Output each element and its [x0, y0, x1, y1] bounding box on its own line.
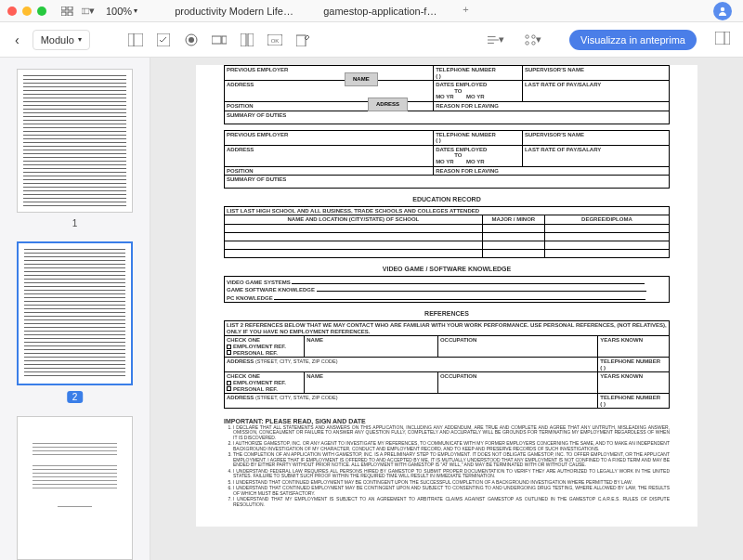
module-select[interactable]: Modulo▾ [33, 30, 90, 50]
thumbnails-toggle-icon[interactable] [61, 5, 74, 18]
document-page-2: NAME ADRESS PREVIOUS EMPLOYERTELEPHONE N… [196, 65, 697, 527]
zoom-select[interactable]: 100% ▾ [102, 4, 141, 19]
page-thumbnails: 1 2 3 [0, 58, 150, 560]
svg-rect-7 [128, 33, 143, 46]
textfield-icon[interactable] [211, 32, 228, 48]
svg-rect-26 [715, 32, 730, 45]
svg-point-11 [189, 37, 194, 43]
svg-point-23 [532, 34, 535, 37]
svg-point-6 [721, 7, 724, 10]
references-table: LIST 2 REFERENCES BELOW THAT WE MAY CONT… [224, 320, 670, 409]
references-title: REFERENCES [224, 310, 670, 318]
preview-button[interactable]: Visualizza in anteprima [569, 30, 697, 50]
titlebar: ▾ 100% ▾ productivity Modern Life_O... g… [0, 0, 743, 22]
columns-icon[interactable] [239, 32, 255, 48]
svg-rect-3 [68, 12, 72, 16]
annotation-tools: OK [127, 32, 311, 48]
thumbnail-label-1: 1 [9, 218, 140, 228]
thumbnail-label-2: 2 [67, 391, 84, 403]
address-placeholder[interactable]: ADRESS [368, 98, 408, 111]
fullscreen-icon[interactable] [37, 7, 46, 16]
sidebar-toggle-icon[interactable]: ▾ [82, 5, 95, 18]
svg-point-22 [526, 34, 528, 37]
education-table: LIST LAST HIGH SCHOOL AND ALL BUSINESS, … [224, 206, 670, 258]
tab-productivity[interactable]: productivity Modern Life_O... [160, 2, 308, 20]
inspector-icon[interactable] [715, 32, 732, 48]
toolbar: ‹ Modulo▾ OK ▾ ▾ Visualizza in anteprima [0, 22, 743, 58]
svg-rect-4 [82, 8, 89, 14]
svg-rect-12 [212, 36, 221, 44]
align-icon[interactable]: ▾ [488, 32, 504, 48]
back-button[interactable]: ‹ [11, 29, 23, 51]
close-icon[interactable] [7, 7, 17, 16]
videogame-table: VIDEO GAME SYSTEMS GAME SOFTWARE KNOWLED… [224, 276, 670, 304]
name-placeholder[interactable]: NAME [345, 72, 378, 86]
svg-text:OK: OK [270, 38, 279, 44]
svg-rect-15 [248, 33, 254, 46]
ok-box-icon[interactable]: OK [267, 32, 283, 48]
important-list: I DECLARE THAT ALL STATEMENTS AND ANSWER… [224, 425, 670, 508]
svg-rect-1 [68, 7, 72, 10]
distribute-icon[interactable]: ▾ [525, 32, 541, 48]
document-viewport[interactable]: NAME ADRESS PREVIOUS EMPLOYERTELEPHONE N… [150, 58, 743, 560]
education-title: EDUCATION RECORD [224, 196, 670, 203]
tab-bar: productivity Modern Life_O... gamestop-a… [160, 2, 708, 20]
svg-point-25 [532, 41, 535, 44]
radio-icon[interactable] [183, 32, 200, 48]
thumbnail-page-1[interactable] [17, 69, 133, 213]
employer-block-1: PREVIOUS EMPLOYERTELEPHONE NUMBER( )SUPE… [224, 65, 670, 124]
user-avatar[interactable] [713, 2, 732, 20]
videogame-title: VIDEO GAME / SOFTWARE KNOWLEDGE [224, 266, 670, 273]
svg-rect-14 [241, 33, 246, 46]
svg-rect-13 [222, 36, 227, 44]
layout-icon[interactable] [127, 32, 144, 48]
svg-rect-2 [61, 12, 66, 16]
add-tab-button[interactable]: + [457, 2, 474, 20]
thumbnail-page-2[interactable] [17, 241, 133, 385]
checkbox-icon[interactable] [155, 32, 172, 48]
employer-block-2: PREVIOUS EMPLOYERTELEPHONE NUMBER( )SUPE… [224, 130, 670, 189]
signature-icon[interactable] [294, 32, 311, 48]
minimize-icon[interactable] [22, 7, 32, 16]
svg-rect-18 [296, 35, 306, 46]
thumbnail-page-3[interactable] [17, 416, 133, 560]
svg-point-24 [526, 41, 528, 44]
tab-gamestop[interactable]: gamestop-application-form [308, 2, 457, 20]
window-controls [7, 7, 46, 16]
svg-rect-0 [61, 7, 66, 10]
